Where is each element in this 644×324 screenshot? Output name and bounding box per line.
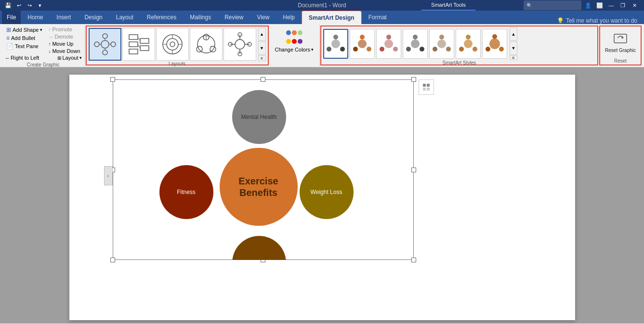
add-bullet-label: Add Bullet [11,35,35,41]
promote-btn[interactable]: ↑ Promote [47,26,81,33]
tell-me-area[interactable]: 💡 Tell me what you want to do [557,17,642,24]
text-pane-label: Text Pane [15,43,39,49]
layout-scroll-down[interactable]: ▼ [258,41,266,55]
minimize-btn[interactable]: — [606,0,616,10]
text-pane-icon: 📄 [6,43,13,50]
layout-dropdown-icon[interactable]: ▾ [79,55,82,60]
user-profile[interactable]: 👤 [583,0,593,10]
add-shape-btn[interactable]: ⊞ Add Shape ▾ [5,26,44,34]
exercise-benefits-circle[interactable]: Exercise Benefits [220,148,298,226]
tab-references[interactable]: References [140,11,183,24]
tab-home[interactable]: Home [21,11,50,24]
swatch-yellow [286,39,291,44]
add-bullet-btn[interactable]: ≡ Add Bullet [5,34,44,42]
svg-point-66 [499,47,504,52]
svg-point-65 [486,47,490,52]
tab-mailings[interactable]: Mailings [183,11,218,24]
svg-point-46 [367,47,371,52]
style-item-4[interactable] [403,29,428,59]
layout-icon-1 [93,32,117,56]
tell-me-text[interactable]: Tell me what you want to do [566,17,637,24]
svg-point-47 [384,39,393,48]
svg-rect-12 [140,39,149,43]
customize-qat-btn[interactable]: ▾ [36,1,44,10]
tab-help[interactable]: Help [276,11,302,24]
tab-insert[interactable]: Insert [50,11,78,24]
svg-point-59 [464,39,473,48]
ribbon-display-btn[interactable]: ⬜ [595,0,605,10]
fitness-circle[interactable]: Fitness [159,165,213,219]
tab-review[interactable]: Review [218,11,250,24]
svg-point-44 [360,35,365,39]
layout-item-1[interactable] [89,28,121,61]
style-item-5[interactable] [429,29,454,59]
move-up-btn[interactable]: ↑ Move Up [47,40,81,47]
layout-btn[interactable]: ⊞ Layout ▾ [57,55,81,61]
smartart-layout-menu-btn[interactable] [419,79,434,95]
layout-item-5[interactable] [223,28,256,61]
style-item-6[interactable] [456,29,481,59]
layout-more-btn[interactable]: ≡ [258,55,266,61]
layout-item-2[interactable] [122,28,155,61]
weight-loss-circle[interactable]: Weight Loss [300,165,354,219]
smartart-styles-label: SmartArt Styles [323,60,595,65]
styles-scroll-up[interactable]: ▲ [510,27,517,41]
add-shape-dropdown-icon[interactable]: ▾ [40,27,42,32]
svg-rect-9 [129,35,138,39]
layout-item-4[interactable] [190,28,223,61]
reset-label: Reset [614,58,627,64]
style-item-7[interactable] [482,29,507,59]
swatch-orange [292,30,297,35]
layout-item-3[interactable] [156,28,189,61]
move-up-icon: ↑ [48,41,51,47]
document-page: Exercise Benefits Mental Health Fitness … [69,75,575,320]
tab-format[interactable]: Format [362,11,394,24]
tab-design[interactable]: Design [78,11,109,24]
svg-rect-71 [427,88,430,91]
text-pane-expand-arrow[interactable]: ‹ [104,166,113,185]
tab-layout[interactable]: Layout [109,11,140,24]
ribbon-content: ⊞ Add Shape ▾ ≡ Add Bullet 📄 Text Pane ↑… [0,24,644,67]
style-item-3[interactable] [376,29,401,59]
svg-point-39 [331,39,340,48]
svg-rect-10 [129,42,138,47]
maximize-btn[interactable]: ❐ [618,0,628,10]
promote-icon: ↑ [48,27,51,32]
tab-file[interactable]: File [2,11,21,24]
colors-swatch-display [285,29,303,45]
svg-point-52 [413,35,418,39]
change-colors-btn[interactable]: Change Colors ▾ [273,27,315,64]
tab-smartart-design[interactable]: SmartArt Design [302,11,362,24]
add-shape-label: Add Shape [13,27,39,33]
layout-scroll-up[interactable]: ▲ [258,27,266,41]
productivity-circle[interactable]: Productivity [232,236,286,260]
search-bar[interactable]: 🔍 [524,0,581,10]
right-to-left-btn[interactable]: ↔ Right to Left [5,55,39,61]
mental-health-circle[interactable]: Mental Health [232,90,286,144]
redo-qat-btn[interactable]: ↪ [25,1,34,10]
style-item-2[interactable] [350,29,375,59]
move-down-label: Move Down [52,48,80,54]
smartart-tools-banner: SmartArt Tools [421,0,475,11]
demote-icon: → [48,34,53,39]
close-btn[interactable]: ✕ [630,0,639,10]
demote-btn[interactable]: → Demote [47,33,81,40]
svg-rect-11 [129,49,138,54]
svg-point-50 [393,47,398,52]
svg-point-17 [167,39,178,50]
reset-graphic-btn[interactable]: Reset Graphic [603,27,638,58]
styles-scroll-down[interactable]: ▼ [510,41,517,55]
change-colors-dropdown-icon[interactable]: ▾ [311,47,314,52]
move-down-btn[interactable]: ↓ Move Down [47,48,81,54]
style-item-1[interactable] [323,29,348,59]
styles-more-btn[interactable]: ≡ [510,55,517,60]
cg-left: ⊞ Add Shape ▾ ≡ Add Bullet 📄 Text Pane [5,26,44,54]
smartart-selection-container[interactable]: Exercise Benefits Mental Health Fitness … [113,79,414,260]
change-colors-group: Change Colors ▾ [269,25,320,66]
tab-view[interactable]: View [250,11,276,24]
save-qat-btn[interactable]: 💾 [4,1,13,10]
undo-qat-btn[interactable]: ↩ [14,1,23,10]
move-up-label: Move Up [52,41,73,47]
right-to-left-label: Right to Left [11,55,39,61]
text-pane-btn[interactable]: 📄 Text Pane [5,42,44,50]
